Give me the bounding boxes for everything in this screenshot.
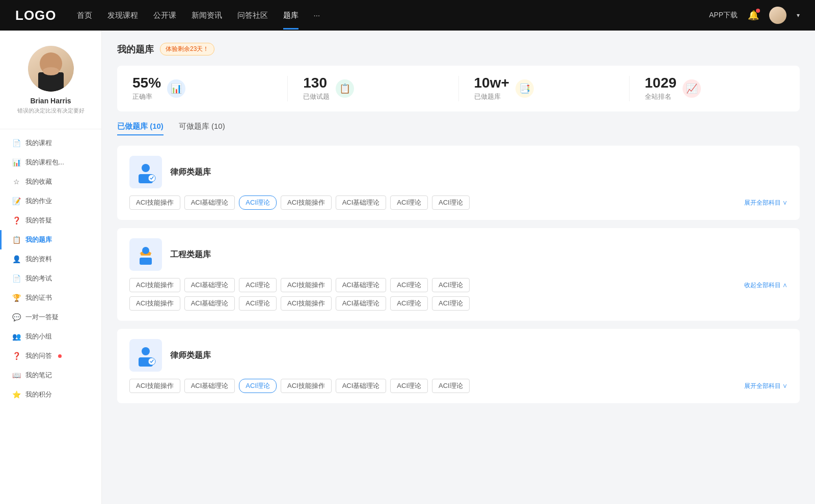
menu-icon: ❓ (12, 352, 20, 360)
sidebar-item-我的课程[interactable]: 📄 我的课程 (0, 133, 101, 153)
menu-label: 一对一答疑 (25, 313, 59, 322)
bank-tag-1-2[interactable]: ACI理论 (239, 278, 277, 292)
stat-icon: 📋 (336, 79, 354, 98)
avatar-dropdown-arrow[interactable]: ▾ (797, 12, 800, 19)
sidebar-item-我的收藏[interactable]: ☆ 我的收藏 (0, 172, 101, 191)
stat-label: 已做试题 (303, 92, 330, 101)
bank-card-1: 工程类题库 ACI技能操作ACI基础理论ACI理论ACI技能操作ACI基础理论A… (117, 228, 800, 321)
sidebar-item-我的答疑[interactable]: ❓ 我的答疑 (0, 211, 101, 230)
bank-tag-0-0[interactable]: ACI技能操作 (129, 195, 180, 210)
bank-tag-1-4[interactable]: ACI基础理论 (336, 278, 387, 292)
bank-tag2-1-6[interactable]: ACI理论 (432, 296, 470, 311)
menu-label: 我的积分 (25, 390, 52, 399)
logo[interactable]: LOGO (15, 8, 57, 23)
menu-label: 我的小组 (25, 332, 52, 341)
stat-text: 130 已做试题 (303, 76, 330, 101)
menu-label: 我的考试 (25, 274, 52, 283)
stat-label: 全站排名 (645, 92, 676, 101)
bank-tag-0-1[interactable]: ACI基础理论 (184, 195, 235, 210)
bank-tags-row1: ACI技能操作ACI基础理论ACI理论ACI技能操作ACI基础理论ACI理论AC… (129, 195, 787, 210)
menu-icon: 👥 (12, 332, 20, 341)
nav-item-发现课程[interactable]: 发现课程 (107, 11, 138, 20)
menu-icon: 📋 (12, 236, 20, 244)
bank-expand-button[interactable]: 展开全部科目 ∨ (744, 382, 787, 390)
sidebar-item-我的证书[interactable]: 🏆 我的证书 (0, 288, 101, 307)
menu-icon: 📖 (12, 371, 20, 379)
menu-icon: ⭐ (12, 390, 20, 399)
bank-tag-0-2[interactable]: ACI理论 (239, 195, 277, 210)
bank-tags-row1: ACI技能操作ACI基础理论ACI理论ACI技能操作ACI基础理论ACI理论AC… (129, 379, 787, 393)
menu-icon: ❓ (12, 216, 20, 225)
bank-tag-1-0[interactable]: ACI技能操作 (129, 278, 180, 292)
sidebar-item-我的资料[interactable]: 👤 我的资料 (0, 249, 101, 269)
bank-tag2-1-2[interactable]: ACI理论 (239, 296, 277, 311)
sidebar-item-我的问答[interactable]: ❓ 我的问答 (0, 346, 101, 366)
nav-item-新闻资讯[interactable]: 新闻资讯 (192, 11, 222, 20)
bank-tag2-1-1[interactable]: ACI基础理论 (184, 296, 235, 311)
bank-tag-2-6[interactable]: ACI理论 (432, 379, 470, 393)
bank-icon (129, 238, 162, 271)
menu-label: 我的课程包... (25, 158, 64, 167)
bank-tag-0-5[interactable]: ACI理论 (390, 195, 428, 210)
stat-item-0: 55% 正确率 📊 (117, 76, 288, 101)
bank-tag-1-3[interactable]: ACI技能操作 (281, 278, 332, 292)
nav-item-问答社区[interactable]: 问答社区 (237, 11, 268, 20)
stats-bar: 55% 正确率 📊 130 已做试题 📋 10w+ 已做题库 📑 1029 全站… (117, 66, 800, 111)
nav-item-题库[interactable]: 题库 (283, 11, 298, 20)
menu-label: 我的课程 (25, 138, 52, 148)
bank-tag-2-3[interactable]: ACI技能操作 (281, 379, 332, 393)
tab-0[interactable]: 已做题库 (10) (117, 122, 164, 135)
menu-icon: 👤 (12, 255, 20, 263)
sidebar-item-我的作业[interactable]: 📝 我的作业 (0, 191, 101, 211)
svg-point-9 (142, 347, 150, 355)
bank-tag-0-4[interactable]: ACI基础理论 (336, 195, 387, 210)
bank-tags-row1: ACI技能操作ACI基础理论ACI理论ACI技能操作ACI基础理论ACI理论AC… (129, 278, 787, 292)
avatar[interactable] (769, 7, 786, 24)
bank-tag-0-3[interactable]: ACI技能操作 (281, 195, 332, 210)
bank-tag-2-5[interactable]: ACI理论 (390, 379, 428, 393)
sidebar-item-我的题库[interactable]: 📋 我的题库 (0, 230, 101, 249)
nav-item-···[interactable]: ··· (314, 11, 320, 20)
svg-point-2 (43, 67, 59, 75)
menu-icon: 📄 (12, 274, 20, 283)
bank-tag2-1-5[interactable]: ACI理论 (390, 296, 428, 311)
bank-tag-1-6[interactable]: ACI理论 (432, 278, 470, 292)
bank-tag-2-2[interactable]: ACI理论 (239, 379, 277, 393)
nav-item-首页[interactable]: 首页 (77, 11, 92, 20)
bank-card-2: 律师类题库 ACI技能操作ACI基础理论ACI理论ACI技能操作ACI基础理论A… (117, 329, 800, 403)
trial-badge: 体验剩余23天！ (160, 43, 214, 55)
svg-rect-8 (140, 258, 152, 265)
bank-expand-button[interactable]: 展开全部科目 ∨ (744, 199, 787, 207)
bank-tag2-1-4[interactable]: ACI基础理论 (336, 296, 387, 311)
sidebar-item-我的考试[interactable]: 📄 我的考试 (0, 269, 101, 288)
menu-label: 我的问答 (25, 351, 52, 360)
main-layout: Brian Harris 错误的决定比没有决定要好 📄 我的课程 📊 我的课程包… (0, 31, 815, 504)
bank-tag-1-5[interactable]: ACI理论 (390, 278, 428, 292)
bank-tag-1-1[interactable]: ACI基础理论 (184, 278, 235, 292)
sidebar-item-我的笔记[interactable]: 📖 我的笔记 (0, 366, 101, 385)
notification-bell[interactable]: 🔔 (748, 10, 759, 21)
bank-tag-0-6[interactable]: ACI理论 (432, 195, 470, 210)
bank-tag2-1-0[interactable]: ACI技能操作 (129, 296, 180, 311)
menu-label: 我的答疑 (25, 216, 52, 225)
stat-icon: 📑 (515, 79, 534, 98)
menu-label: 我的笔记 (25, 371, 52, 380)
page-title: 我的题库 (117, 43, 154, 55)
nav-item-公开课[interactable]: 公开课 (153, 11, 176, 20)
menu-label: 我的证书 (25, 293, 52, 302)
user-slogan: 错误的决定比没有决定要好 (12, 107, 90, 115)
bank-tag-2-4[interactable]: ACI基础理论 (336, 379, 387, 393)
tab-1[interactable]: 可做题库 (10) (179, 122, 225, 135)
notification-dot (756, 9, 760, 13)
sidebar-item-一对一答疑[interactable]: 💬 一对一答疑 (0, 307, 101, 327)
sidebar-item-我的积分[interactable]: ⭐ 我的积分 (0, 385, 101, 404)
bank-tag-2-0[interactable]: ACI技能操作 (129, 379, 180, 393)
bank-tag2-1-3[interactable]: ACI技能操作 (281, 296, 332, 311)
tabs: 已做题库 (10)可做题库 (10) (117, 122, 800, 135)
bank-expand-button[interactable]: 收起全部科目 ∧ (744, 281, 787, 290)
bank-tag-2-1[interactable]: ACI基础理论 (184, 379, 235, 393)
stat-label: 已做题库 (474, 92, 509, 101)
sidebar-item-我的课程包...[interactable]: 📊 我的课程包... (0, 153, 101, 172)
sidebar-item-我的小组[interactable]: 👥 我的小组 (0, 327, 101, 346)
app-download-button[interactable]: APP下载 (709, 11, 738, 20)
